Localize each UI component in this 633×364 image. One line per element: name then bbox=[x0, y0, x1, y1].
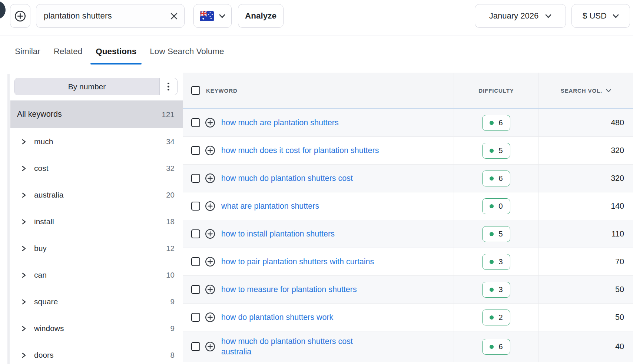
keyword-row: how much do plantation shutters cost 6 3… bbox=[183, 165, 633, 192]
keyword-cell: how much do plantation shutters cost aus… bbox=[183, 331, 454, 362]
currency-selector-button[interactable]: $ USD bbox=[571, 4, 630, 28]
tab[interactable]: Questions bbox=[96, 36, 136, 67]
select-all-checkbox[interactable] bbox=[191, 86, 200, 95]
keyword-cell: how to install plantation shutters bbox=[183, 220, 454, 248]
country-selector-button[interactable] bbox=[193, 4, 232, 28]
keyword-column-header: KEYWORD bbox=[183, 73, 454, 108]
terms-menu-button[interactable] bbox=[159, 78, 177, 95]
difficulty-badge: 6 bbox=[482, 339, 510, 355]
difficulty-value: 6 bbox=[498, 174, 503, 183]
difficulty-badge: 0 bbox=[482, 198, 510, 214]
difficulty-cell: 5 bbox=[454, 220, 538, 248]
chevron-right-icon bbox=[21, 166, 27, 171]
chevron-right-icon bbox=[21, 299, 27, 305]
keyword-link[interactable]: how much does it cost for plantation shu… bbox=[221, 145, 379, 156]
difficulty-dot-icon bbox=[490, 260, 494, 264]
keyword-row: how to pair plantation shutters with cur… bbox=[183, 248, 633, 276]
keyword-link[interactable]: how to install plantation shutters bbox=[221, 229, 335, 239]
tab[interactable]: Low Search Volume bbox=[150, 36, 224, 67]
difficulty-value: 0 bbox=[498, 202, 503, 211]
terms-list-item[interactable]: buy 12 bbox=[10, 235, 183, 262]
difficulty-badge: 3 bbox=[482, 254, 510, 270]
add-to-list-button[interactable] bbox=[205, 341, 215, 352]
date-selector-button[interactable]: January 2026 bbox=[475, 4, 566, 28]
row-checkbox[interactable] bbox=[191, 174, 200, 183]
row-checkbox[interactable] bbox=[191, 313, 200, 322]
keyword-link[interactable]: how to pair plantation shutters with cur… bbox=[221, 257, 374, 267]
analyze-button[interactable]: Analyze bbox=[238, 4, 284, 28]
close-icon bbox=[170, 12, 178, 20]
search-volume-value: 110 bbox=[612, 229, 624, 239]
search-volume-cell: 70 bbox=[538, 248, 633, 275]
keyword-search-input[interactable] bbox=[44, 11, 170, 21]
keyword-cell: how to pair plantation shutters with cur… bbox=[183, 248, 454, 275]
sidebar-item-all-keywords[interactable]: All keywords 121 bbox=[10, 100, 183, 128]
search-volume-value: 480 bbox=[611, 118, 624, 128]
add-to-list-button[interactable] bbox=[205, 229, 215, 239]
keywords-explorer-screen: Analyze January 2026 $ USD Similar Relat… bbox=[0, 0, 633, 364]
terms-list-item[interactable]: cost 32 bbox=[10, 155, 183, 182]
add-to-list-button[interactable] bbox=[205, 145, 215, 156]
row-checkbox[interactable] bbox=[191, 118, 200, 127]
keyword-link[interactable]: how to measure for plantation shutters bbox=[221, 284, 357, 295]
plus-circle-icon bbox=[205, 229, 215, 239]
keyword-row: how to measure for plantation shutters 3… bbox=[183, 276, 633, 304]
table-header: KEYWORD DIFFICULTY SEARCH VOL. bbox=[183, 73, 633, 109]
terms-list-item[interactable]: australia 20 bbox=[10, 182, 183, 208]
search-volume-value: 70 bbox=[615, 257, 624, 267]
search-volume-value: 320 bbox=[611, 146, 624, 155]
terms-list-item[interactable]: much 34 bbox=[10, 128, 183, 155]
add-to-list-button[interactable] bbox=[205, 173, 215, 183]
terms-list-item[interactable]: install 18 bbox=[10, 208, 183, 235]
keyword-row: how to install plantation shutters 5 110 bbox=[183, 220, 633, 248]
keywords-table: KEYWORD DIFFICULTY SEARCH VOL. bbox=[183, 73, 633, 364]
search-volume-header-label: SEARCH VOL. bbox=[561, 87, 602, 94]
add-to-list-button[interactable] bbox=[205, 118, 215, 128]
row-checkbox[interactable] bbox=[191, 229, 200, 238]
keyword-link[interactable]: how much are plantation shutters bbox=[221, 118, 339, 128]
terms-list-item[interactable]: windows 9 bbox=[10, 315, 183, 342]
terms-list-item[interactable]: square 9 bbox=[10, 288, 183, 315]
row-checkbox[interactable] bbox=[191, 202, 200, 211]
difficulty-badge: 2 bbox=[482, 310, 510, 325]
difficulty-dot-icon bbox=[490, 232, 494, 236]
difficulty-header-label: DIFFICULTY bbox=[478, 87, 514, 94]
keyword-link[interactable]: how much do plantation shutters cost bbox=[221, 173, 353, 183]
keyword-link[interactable]: what are plantation shutters bbox=[221, 201, 319, 211]
add-to-list-button[interactable] bbox=[205, 284, 215, 295]
keyword-link[interactable]: how do plantation shutters work bbox=[221, 312, 333, 322]
table-body: how much are plantation shutters 6 480 bbox=[183, 109, 633, 362]
add-to-list-button[interactable] bbox=[205, 201, 215, 211]
terms-list-item[interactable]: doors 8 bbox=[10, 342, 183, 364]
keyword-row: how much do plantation shutters cost aus… bbox=[183, 331, 633, 362]
row-checkbox[interactable] bbox=[191, 342, 200, 351]
difficulty-cell: 6 bbox=[454, 109, 538, 136]
next-row-partial bbox=[183, 362, 633, 364]
keyword-link[interactable]: how much do plantation shutters cost aus… bbox=[221, 336, 353, 357]
add-keyword-button[interactable] bbox=[10, 4, 30, 28]
keyword-cell: how much does it cost for plantation shu… bbox=[183, 137, 454, 164]
difficulty-dot-icon bbox=[490, 315, 494, 320]
plus-circle-icon bbox=[205, 341, 215, 352]
search-volume-column-header[interactable]: SEARCH VOL. bbox=[538, 73, 633, 108]
clear-search-button[interactable] bbox=[170, 12, 178, 20]
row-checkbox[interactable] bbox=[191, 285, 200, 294]
row-checkbox[interactable] bbox=[191, 257, 200, 266]
difficulty-dot-icon bbox=[490, 204, 494, 208]
add-to-list-button[interactable] bbox=[205, 257, 215, 267]
row-checkbox[interactable] bbox=[191, 146, 200, 155]
sort-by-number-button[interactable]: By number bbox=[14, 78, 159, 95]
kebab-menu-icon bbox=[168, 83, 169, 91]
tab[interactable]: Similar bbox=[15, 36, 40, 67]
corner-avatar[interactable] bbox=[0, 1, 6, 19]
keyword-cell: what are plantation shutters bbox=[183, 192, 454, 220]
keyword-cell: how much are plantation shutters bbox=[183, 109, 454, 136]
chevron-right-icon bbox=[21, 272, 27, 278]
terms-list-item[interactable]: can 10 bbox=[10, 262, 183, 288]
add-to-list-button[interactable] bbox=[205, 312, 215, 322]
difficulty-cell: 3 bbox=[454, 248, 538, 275]
difficulty-cell: 0 bbox=[454, 192, 538, 220]
tab[interactable]: Related bbox=[54, 36, 83, 67]
chevron-right-icon bbox=[21, 326, 27, 331]
search-volume-cell: 110 bbox=[538, 220, 633, 248]
